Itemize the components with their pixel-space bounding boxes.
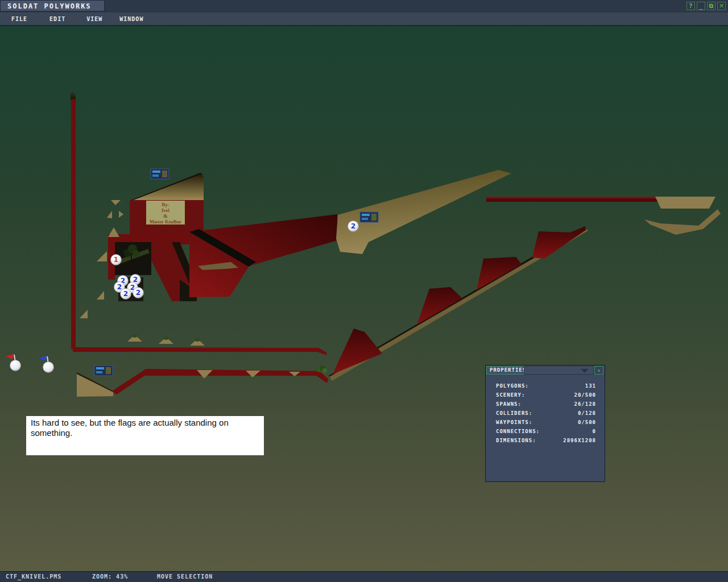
map-polygon-tri-up[interactable] (108, 227, 119, 237)
property-label: Scenery: (496, 392, 525, 398)
map-polygon-right-bar-highlight[interactable] (486, 197, 659, 198)
bravo-spawn-marker[interactable]: 2 (133, 288, 144, 298)
help-button[interactable]: ? (686, 2, 695, 10)
properties-rows: Polygons:131Scenery:20/500Spawns:26/128C… (486, 382, 605, 446)
map-polygon-tri-right[interactable] (119, 211, 123, 218)
scenery-thumbnail[interactable] (360, 212, 378, 222)
property-row: Spawns:26/128 (486, 400, 605, 409)
menu-item-file[interactable]: File (11, 16, 27, 22)
bush-scenery[interactable] (317, 365, 327, 373)
window-title[interactable]: Soldat PolyWorks (0, 0, 105, 11)
map-polygon-bridge[interactable] (189, 214, 337, 297)
map-canvas[interactable]: 12222222 By:Ivel&Master Kna$tar Its hard… (0, 25, 728, 571)
map-polygon-hump-a[interactable] (333, 329, 382, 374)
menu-item-view[interactable]: View (86, 16, 102, 22)
window-controls: ?_⧉✕ (685, 2, 726, 10)
scenery-thumbnail[interactable] (151, 169, 169, 179)
property-row: Connections:0 (486, 427, 605, 436)
chevron-down-icon[interactable] (581, 369, 589, 373)
map-polygon-pole[interactable] (71, 99, 76, 349)
properties-close-button[interactable]: ✕ (594, 366, 603, 375)
property-value: 0 (593, 429, 596, 434)
close-button[interactable]: ✕ (717, 2, 726, 10)
property-value: 131 (585, 383, 596, 389)
property-row: Scenery:20/500 (486, 391, 605, 400)
map-polygon-hump-d[interactable] (532, 227, 586, 259)
properties-panel: Properties ✕ Polygons:131Scenery:20/500S… (485, 365, 605, 482)
map-polygon-wedge-1[interactable] (97, 251, 107, 261)
map-polygon-wedge-2[interactable] (97, 291, 104, 300)
property-value: 26/128 (574, 401, 596, 407)
property-row: Polygons:131 (486, 382, 605, 391)
property-label: Spawns: (496, 401, 522, 407)
map-author-sign[interactable]: By:Ivel&Master Kna$tar (146, 201, 185, 225)
sign-line: By: (146, 202, 185, 207)
note-box[interactable]: Its hard to see, but the flags are actua… (26, 416, 264, 455)
bravo-spawn-marker[interactable]: 2 (348, 221, 359, 232)
map-polygon-bottom-bar[interactable] (73, 347, 326, 355)
map-polygon-u-top[interactable] (108, 234, 188, 242)
red-flag-spawn[interactable] (6, 354, 21, 371)
property-row: Dimensions:2896x1208 (486, 436, 605, 446)
map-polygon-wedge-3[interactable] (80, 310, 88, 318)
map-polygon-tri-left[interactable] (107, 211, 112, 218)
minimize-button[interactable]: _ (697, 2, 705, 10)
property-label: Waypoints: (496, 419, 532, 425)
status-zoom: Zoom: 43% (92, 573, 128, 580)
svg-text:2: 2 (351, 222, 355, 230)
map-polygon-bottomleft-ramp[interactable] (77, 374, 113, 397)
property-label: Dimensions: (496, 438, 536, 443)
property-label: Connections: (496, 429, 540, 434)
property-value: 0/500 (578, 419, 596, 425)
property-label: Colliders: (496, 410, 532, 416)
status-filename: ctf_Knivel.PMS (6, 573, 61, 580)
mound-scenery[interactable] (190, 338, 205, 346)
sign-line: Ivel (146, 207, 185, 213)
map-polygon-topright-boomerang[interactable] (644, 209, 721, 235)
sign-line: & (146, 213, 185, 219)
map-polygon-topright-trapezoid[interactable] (655, 197, 715, 209)
sign-line: Master Kna$tar (146, 219, 185, 225)
property-label: Polygons: (496, 383, 529, 389)
menu-bar: FileEditViewWindow (0, 13, 728, 25)
app-window: Soldat PolyWorks ?_⧉✕ FileEditViewWindow (0, 0, 728, 582)
menu-item-edit[interactable]: Edit (49, 16, 65, 22)
scenery-thumbnail[interactable] (94, 365, 113, 376)
mound-scenery[interactable] (159, 336, 173, 344)
blue-flag-spawn[interactable] (39, 356, 54, 373)
restore-button[interactable]: ⧉ (707, 2, 715, 10)
property-value: 0/128 (578, 410, 596, 416)
property-value: 20/500 (574, 392, 596, 398)
status-tool: Move Selection (157, 573, 213, 580)
menu-item-window[interactable]: Window (119, 16, 143, 22)
properties-title: Properties (486, 366, 530, 375)
map-svg: 12222222 (0, 26, 728, 571)
map-polygon-pole-spikes[interactable] (71, 91, 76, 101)
map-polygon-bottomleft-band[interactable] (145, 369, 328, 383)
mound-scenery[interactable] (127, 334, 142, 342)
bravo-spawn-marker[interactable]: 2 (121, 289, 131, 300)
properties-header[interactable]: Properties ✕ (486, 365, 605, 375)
svg-text:1: 1 (114, 256, 118, 264)
svg-text:2: 2 (136, 289, 140, 297)
svg-text:2: 2 (123, 290, 128, 298)
map-polygon-tri-down[interactable] (111, 200, 121, 205)
alpha-spawn-marker[interactable]: 1 (111, 255, 122, 265)
svg-text:2: 2 (117, 283, 122, 291)
map-polygon-bottomleft-rise[interactable] (112, 369, 150, 394)
status-bar: ctf_Knivel.PMS Zoom: 43% Move Selection (0, 571, 728, 582)
title-bar: Soldat PolyWorks ?_⧉✕ (0, 0, 728, 13)
property-row: Colliders:0/128 (486, 409, 605, 418)
property-value: 2896x1208 (563, 438, 596, 443)
property-row: Waypoints:0/500 (486, 418, 605, 427)
